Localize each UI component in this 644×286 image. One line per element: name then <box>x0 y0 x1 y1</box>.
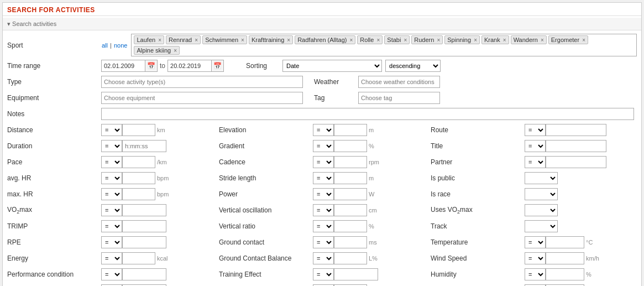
rpe-operator[interactable]: =<> <box>101 236 122 248</box>
stride-input[interactable] <box>334 172 367 184</box>
search-toggle-link[interactable]: Search activities <box>7 20 56 27</box>
elevation-operator[interactable]: =<> <box>313 124 334 136</box>
remove-stabi[interactable]: × <box>404 37 407 43</box>
power-input[interactable] <box>334 188 367 200</box>
remove-rolle[interactable]: × <box>376 37 380 43</box>
humidity-input[interactable] <box>546 268 584 280</box>
perf-cond-operator[interactable]: =<> <box>101 268 122 280</box>
route-input[interactable] <box>546 124 606 136</box>
is-race-select[interactable]: YesNo <box>525 188 558 200</box>
date-separator: to <box>160 62 165 70</box>
avg-hr-operator[interactable]: =<> <box>101 172 122 184</box>
elevation-unit: m <box>367 127 375 133</box>
sorting-direction-select[interactable]: descendingascending <box>385 60 441 72</box>
gradient-unit: % <box>367 143 376 149</box>
humidity-operator[interactable]: =<> <box>525 268 546 280</box>
stride-operator[interactable]: =<> <box>313 172 334 184</box>
ground-contact-input[interactable] <box>334 236 367 248</box>
date-to-input[interactable] <box>167 60 212 72</box>
distance-operator[interactable]: =<><=>= <box>101 124 122 136</box>
duration-operator[interactable]: =<> <box>101 140 122 152</box>
route-label: Route <box>431 126 525 134</box>
avg-hr-input[interactable] <box>122 172 155 184</box>
vert-ratio-input[interactable] <box>334 220 367 232</box>
max-hr-input[interactable] <box>122 188 155 200</box>
track-select[interactable]: YesNo <box>525 220 558 232</box>
title-input[interactable] <box>546 140 606 152</box>
remove-spinning[interactable]: × <box>474 37 477 43</box>
date-from-input[interactable] <box>101 60 145 72</box>
remove-alpine[interactable]: × <box>174 48 177 54</box>
gradient-operator[interactable]: =<> <box>313 140 334 152</box>
training-effect-operator[interactable]: =<> <box>313 268 334 280</box>
none-link[interactable]: none <box>114 42 127 49</box>
remove-rennrad[interactable]: × <box>195 37 198 43</box>
sport-tag-laufen: Laufen × <box>134 35 164 44</box>
remove-krafttraining[interactable]: × <box>287 37 290 43</box>
notes-input[interactable] <box>101 108 634 120</box>
trimp-operator[interactable]: =<> <box>101 220 122 232</box>
all-link[interactable]: all <box>102 42 108 49</box>
remove-radfahren[interactable]: × <box>350 37 353 43</box>
cadence-input[interactable] <box>334 156 367 168</box>
sports-container: Laufen × Rennrad × Schwimmen × Krafttrai… <box>131 34 637 56</box>
vo2max-input[interactable] <box>122 204 166 216</box>
vert-osc-input[interactable] <box>334 204 367 216</box>
uses-vo2max-select[interactable]: YesNo <box>525 204 558 216</box>
vert-osc-operator[interactable]: =<> <box>313 204 334 216</box>
title-operator[interactable]: =<> <box>525 140 546 152</box>
trimp-input[interactable] <box>122 220 166 232</box>
remove-krank[interactable]: × <box>503 37 506 43</box>
weather-input[interactable] <box>358 76 440 88</box>
partner-label: Partner <box>431 158 525 166</box>
remove-ergometer[interactable]: × <box>582 37 585 43</box>
vert-ratio-operator[interactable]: =<> <box>313 220 334 232</box>
distance-input[interactable] <box>122 124 155 136</box>
equipment-input[interactable] <box>101 92 303 104</box>
remove-schwimmen[interactable]: × <box>241 37 244 43</box>
is-public-select[interactable]: YesNo <box>525 172 558 184</box>
route-operator[interactable]: =<> <box>525 124 546 136</box>
type-input[interactable] <box>101 76 303 88</box>
training-effect-input[interactable] <box>334 268 378 280</box>
avg-hr-label: avg. HR <box>7 174 101 182</box>
gradient-input[interactable] <box>334 140 367 152</box>
temperature-input[interactable] <box>546 236 584 248</box>
gcb-operator[interactable]: =<> <box>313 252 334 264</box>
temperature-operator[interactable]: =<> <box>525 236 546 248</box>
sport-tag-spinning: Spinning × <box>444 35 480 44</box>
elevation-input[interactable] <box>334 124 367 136</box>
distance-unit: km <box>155 127 167 133</box>
max-hr-operator[interactable]: =<> <box>101 188 122 200</box>
remove-laufen[interactable]: × <box>158 37 161 43</box>
sorting-select[interactable]: DateDistanceDurationPace <box>282 60 382 72</box>
track-label: Track <box>431 222 525 230</box>
max-hr-label: max. HR <box>7 190 101 198</box>
wind-speed-input[interactable] <box>546 252 584 264</box>
pace-input[interactable] <box>122 156 155 168</box>
pace-operator[interactable]: =<> <box>101 156 122 168</box>
power-operator[interactable]: =<> <box>313 188 334 200</box>
duration-input[interactable] <box>122 140 166 152</box>
cadence-operator[interactable]: =<> <box>313 156 334 168</box>
is-public-label: Is public <box>431 174 525 182</box>
perf-cond-input[interactable] <box>122 268 166 280</box>
gcb-input[interactable] <box>334 252 367 264</box>
energy-operator[interactable]: =<> <box>101 252 122 264</box>
ground-contact-operator[interactable]: =<> <box>313 236 334 248</box>
energy-input[interactable] <box>122 252 155 264</box>
remove-rudern[interactable]: × <box>437 37 440 43</box>
wind-speed-operator[interactable]: =<> <box>525 252 546 264</box>
remove-wandern[interactable]: × <box>541 37 544 43</box>
rpe-input[interactable] <box>122 236 166 248</box>
sport-tag-rudern: Rudern × <box>411 35 443 44</box>
tag-input[interactable] <box>358 92 440 104</box>
sport-tag-stabi: Stabi × <box>384 35 410 44</box>
vo2max-operator[interactable]: =<> <box>101 204 122 216</box>
partner-input[interactable] <box>546 156 606 168</box>
notes-label: Notes <box>7 110 101 118</box>
partner-operator[interactable]: =<> <box>525 156 546 168</box>
rpe-label: RPE <box>7 238 101 246</box>
type-label: Type <box>7 78 101 86</box>
page-title: SEARCH FOR ACTIVITIES <box>7 6 95 14</box>
